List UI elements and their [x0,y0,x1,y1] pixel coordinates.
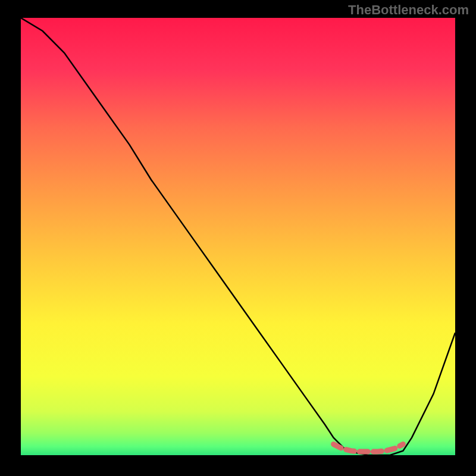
bottleneck-curve [21,18,455,455]
watermark-text: TheBottleneck.com [348,2,469,18]
curve-overlay [21,18,455,455]
optimal-zone-curve [334,444,403,452]
plot-area [21,18,455,455]
